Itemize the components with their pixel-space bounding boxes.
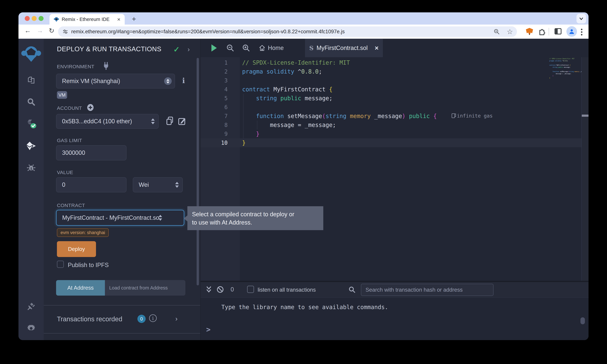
code-text: } bbox=[240, 130, 260, 137]
transactions-expand-chevron-icon[interactable]: › bbox=[175, 315, 177, 323]
listen-transactions-label: listen on all transactions bbox=[258, 287, 316, 293]
vm-badge: VM bbox=[57, 91, 67, 99]
at-address-input[interactable] bbox=[105, 280, 185, 296]
extensions-puzzle-icon[interactable] bbox=[538, 27, 546, 36]
transactions-recorded-label: Transactions recorded bbox=[57, 315, 122, 323]
search-icon[interactable] bbox=[27, 97, 36, 106]
code-line[interactable]: 2pragma solidity ^0.8.0; bbox=[200, 67, 582, 76]
zoom-icon[interactable] bbox=[493, 28, 500, 35]
terminal-prompt: > bbox=[206, 325, 211, 334]
solidity-file-icon: S bbox=[309, 44, 314, 52]
site-settings-icon[interactable] bbox=[62, 29, 68, 35]
remix-logo-icon[interactable] bbox=[21, 45, 41, 64]
at-address-button[interactable]: At Address bbox=[56, 280, 105, 296]
panel-scrollbar[interactable] bbox=[197, 58, 199, 285]
browser-profile-avatar[interactable] bbox=[567, 26, 577, 37]
gas-annotation: infinite gas bbox=[452, 113, 493, 119]
run-script-play-icon[interactable] bbox=[210, 44, 218, 52]
terminal-resize-handle[interactable] bbox=[200, 281, 589, 282]
code-editor[interactable]: 1// SPDX-License-Identifier: MIT2pragma … bbox=[200, 57, 589, 281]
solidity-compiler-icon[interactable] bbox=[26, 119, 37, 129]
publish-ipfs-checkbox[interactable] bbox=[57, 261, 64, 268]
back-icon[interactable]: ← bbox=[24, 27, 31, 34]
contract-select[interactable]: MyFirstContract - MyFirstContract.so bbox=[56, 210, 184, 226]
settings-gear-icon[interactable] bbox=[26, 324, 36, 333]
person-icon bbox=[568, 28, 575, 35]
minimap-line bbox=[549, 69, 581, 71]
environment-select[interactable]: Remix VM (Shanghai) bbox=[56, 74, 175, 89]
minimize-window-button[interactable] bbox=[32, 16, 37, 21]
tab-home[interactable]: Home bbox=[259, 39, 303, 57]
code-line[interactable]: 6 bbox=[200, 103, 582, 112]
url-text[interactable]: remix.ethereum.org/#lang=en&optimize=fal… bbox=[71, 29, 345, 35]
code-line[interactable]: 9 } bbox=[200, 130, 582, 138]
line-number: 1 bbox=[200, 60, 240, 66]
edit-account-icon[interactable] bbox=[178, 116, 186, 126]
value-unit-select[interactable]: Wei bbox=[133, 177, 183, 192]
browser-menu-kebab-icon[interactable] bbox=[581, 27, 583, 37]
bookmark-star-icon[interactable]: ☆ bbox=[507, 28, 513, 36]
listen-transactions-checkbox[interactable] bbox=[247, 286, 254, 293]
editor-scrollbar-thumb[interactable] bbox=[582, 115, 589, 117]
clear-console-icon[interactable] bbox=[216, 286, 224, 293]
minimap-line: contract MyFirstContract { bbox=[549, 64, 581, 66]
file-explorer-icon[interactable] bbox=[27, 76, 36, 85]
account-stepper-icon bbox=[151, 118, 155, 124]
maximize-window-button[interactable] bbox=[39, 16, 43, 21]
unit-stepper-icon bbox=[175, 182, 179, 188]
value-input[interactable]: 0 bbox=[56, 177, 127, 192]
panel-collapse-chevron-icon[interactable]: › bbox=[187, 46, 190, 53]
transactions-info-icon[interactable]: i bbox=[149, 314, 157, 322]
forward-icon[interactable]: → bbox=[37, 27, 43, 34]
tab-close-icon[interactable]: × bbox=[117, 16, 120, 23]
metamask-icon[interactable] bbox=[525, 27, 534, 36]
terminal-output[interactable]: Type the library name to see available c… bbox=[200, 298, 589, 340]
terminal-count: 0 bbox=[231, 286, 234, 293]
browser-tab[interactable]: Remix - Ethereum IDE × bbox=[50, 14, 125, 25]
close-window-button[interactable] bbox=[25, 16, 30, 21]
reload-icon[interactable]: ↻ bbox=[49, 27, 54, 34]
code-lines: 1// SPDX-License-Identifier: MIT2pragma … bbox=[200, 58, 582, 147]
compile-success-check-icon: ✓ bbox=[173, 45, 180, 54]
line-number: 4 bbox=[200, 86, 240, 93]
account-select[interactable]: 0x5B3...eddC4 (100 ether) bbox=[56, 114, 159, 129]
deploy-run-icon[interactable] bbox=[26, 141, 36, 151]
editor-terminal-area: Home S MyFirstContract.sol × 1// SPDX-Li… bbox=[200, 39, 589, 340]
toolbar-divider bbox=[549, 28, 549, 36]
browser-window: Remix - Ethereum IDE × + ← → ↻ remix.eth… bbox=[18, 12, 589, 340]
minimap-line: string public message; bbox=[549, 66, 581, 69]
debugger-icon[interactable] bbox=[26, 163, 36, 172]
tab-search-chevron-button[interactable] bbox=[577, 14, 586, 23]
gas-limit-input[interactable]: 3000000 bbox=[56, 145, 127, 160]
terminal-scrollbar-thumb[interactable] bbox=[581, 317, 585, 324]
side-panel-icon[interactable] bbox=[554, 27, 562, 36]
zoom-out-icon[interactable] bbox=[226, 44, 234, 52]
terminal-search-input[interactable] bbox=[361, 284, 493, 296]
plugin-manager-icon[interactable] bbox=[26, 302, 36, 311]
environment-info-icon[interactable]: i bbox=[182, 77, 185, 85]
code-line[interactable]: 5 string public message; bbox=[200, 94, 582, 103]
url-bar[interactable]: remix.ethereum.org/#lang=en&optimize=fal… bbox=[58, 26, 517, 37]
contract-label: CONTRACT bbox=[57, 203, 85, 208]
code-line[interactable]: 8 message = _message; bbox=[200, 120, 582, 130]
new-tab-button[interactable]: + bbox=[129, 15, 139, 24]
tab-close-icon[interactable]: × bbox=[375, 44, 379, 52]
plug-icon[interactable] bbox=[102, 62, 110, 70]
minimap[interactable]: // SPDX-License-Identifier: MITpragma so… bbox=[549, 58, 581, 79]
code-line[interactable]: 10} bbox=[200, 138, 582, 147]
add-account-icon[interactable] bbox=[87, 104, 94, 111]
collapse-terminal-chevrons-icon[interactable] bbox=[205, 286, 212, 294]
tooltip-line2: to use with At Address. bbox=[192, 219, 319, 227]
copy-account-icon[interactable] bbox=[165, 116, 174, 126]
deploy-button[interactable]: Deploy bbox=[57, 241, 96, 257]
publish-ipfs-label: Publish to IPFS bbox=[68, 262, 109, 269]
code-line[interactable]: 4contract MyFirstContract { bbox=[200, 85, 582, 94]
zoom-in-icon[interactable] bbox=[242, 44, 250, 52]
tab-file[interactable]: S MyFirstContract.sol × bbox=[305, 39, 383, 57]
editor-scrollbar-track[interactable] bbox=[582, 57, 589, 281]
code-line[interactable]: 7 function setMessage(string memory _mes… bbox=[200, 112, 582, 120]
environment-stepper-icon bbox=[164, 77, 172, 85]
code-line[interactable]: 1// SPDX-License-Identifier: MIT bbox=[200, 58, 582, 67]
icon-rail bbox=[18, 39, 44, 340]
code-line[interactable]: 3 bbox=[200, 76, 582, 85]
